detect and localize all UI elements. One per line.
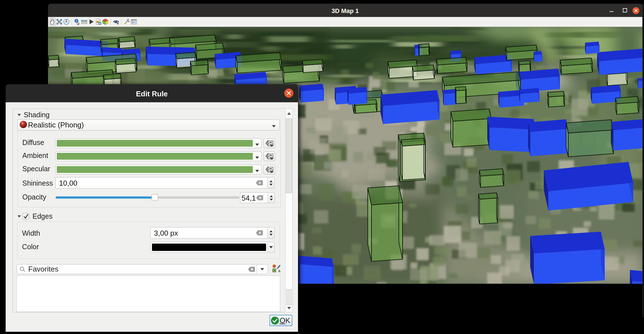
svg-text:a: a <box>278 268 280 273</box>
svg-text:i: i <box>76 19 77 22</box>
